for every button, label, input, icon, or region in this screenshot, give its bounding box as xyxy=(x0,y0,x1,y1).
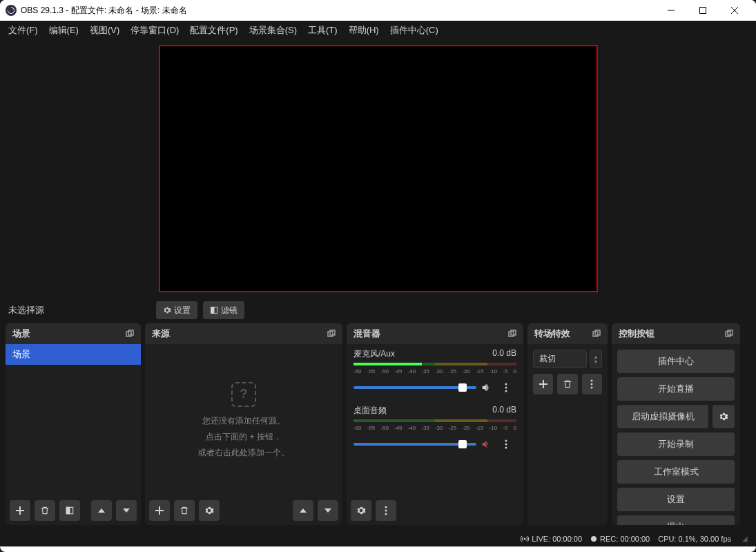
no-source-label: 未选择源 xyxy=(8,304,151,316)
minimize-button[interactable] xyxy=(655,0,687,21)
settings-button[interactable]: 设置 xyxy=(617,488,735,511)
maximize-button[interactable] xyxy=(687,0,719,21)
dock-popout-icon[interactable] xyxy=(592,330,601,338)
menu-profile[interactable]: 配置文件(P) xyxy=(184,21,243,39)
exit-button[interactable]: 退出 xyxy=(617,515,735,525)
scene-item[interactable]: 场景 xyxy=(6,344,141,365)
menu-file[interactable]: 文件(F) xyxy=(3,21,43,39)
speaker-muted-icon[interactable] xyxy=(481,439,492,450)
source-settings-button[interactable]: 设置 xyxy=(156,301,197,319)
menu-plugins[interactable]: 插件中心(C) xyxy=(385,21,444,39)
mixer-title: 混音器 xyxy=(353,327,380,340)
transitions-header: 转场特效 xyxy=(527,323,608,344)
scene-move-up-button[interactable] xyxy=(91,500,112,521)
dock-popout-icon[interactable] xyxy=(725,330,733,338)
dock-popout-icon[interactable] xyxy=(126,330,134,338)
mixer-channel-menu-button[interactable] xyxy=(496,434,516,455)
close-button[interactable] xyxy=(719,0,750,21)
obs-window: OBS 29.1.3 - 配置文件: 未命名 - 场景: 未命名 文件(F) 编… xyxy=(0,0,756,552)
mixer-channel: 麦克风/Aux 0.0 dB -60-55-50-45-40-35-30-25-… xyxy=(347,344,523,401)
status-live: LIVE: 00:00:00 xyxy=(521,535,582,543)
mixer-body: 麦克风/Aux 0.0 dB -60-55-50-45-40-35-30-25-… xyxy=(347,344,523,496)
transitions-dock: 转场特效 裁切 ▲▼ xyxy=(527,323,608,525)
svg-point-18 xyxy=(505,383,507,386)
resize-grip-icon[interactable]: ◢ xyxy=(742,535,748,542)
svg-rect-11 xyxy=(66,507,70,513)
controls-dock: 控制按钮 插件中心 开始直播 启动虚拟摄像机 开始录制 工作室模式 设置 退出 xyxy=(612,323,740,525)
menu-scene-collection[interactable]: 场景集合(S) xyxy=(244,21,302,39)
remove-transition-button[interactable] xyxy=(557,374,577,394)
menu-dock[interactable]: 停靠窗口(D) xyxy=(125,21,184,39)
sources-empty-state: ? 您还没有添加任何源。 点击下面的 + 按钮， 或者右击此处添加一个。 xyxy=(145,344,342,496)
statusbar: LIVE: 00:00:00 REC: 00:00:00 CPU: 0.1%, … xyxy=(0,531,756,546)
scenes-dock: 场景 场景 xyxy=(6,323,141,525)
sources-header: 来源 xyxy=(145,323,342,344)
sources-empty-line2: 点击下面的 + 按钮， xyxy=(206,431,282,443)
menu-edit[interactable]: 编辑(E) xyxy=(43,21,84,39)
scenes-list[interactable]: 场景 xyxy=(6,344,141,496)
transition-spinner[interactable]: ▲▼ xyxy=(590,350,602,368)
plugin-center-button[interactable]: 插件中心 xyxy=(617,350,735,373)
add-scene-button[interactable] xyxy=(10,500,30,521)
mixer-menu-button[interactable] xyxy=(376,500,396,521)
svg-rect-1 xyxy=(700,8,706,14)
volume-slider[interactable] xyxy=(353,443,476,446)
scene-move-down-button[interactable] xyxy=(116,500,137,521)
source-move-down-button[interactable] xyxy=(318,500,338,521)
svg-point-32 xyxy=(591,383,593,386)
add-source-button[interactable] xyxy=(149,500,170,521)
remove-scene-button[interactable] xyxy=(35,500,55,521)
sources-dock: 来源 ? 您还没有添加任何源。 点击下面的 + 按钮， 或者右击此处添加一个。 xyxy=(145,323,342,525)
remove-source-button[interactable] xyxy=(174,500,195,521)
mixer-channel-menu-button[interactable] xyxy=(496,377,516,398)
svg-point-25 xyxy=(385,510,387,512)
volume-slider[interactable] xyxy=(353,386,476,389)
broadcast-icon xyxy=(521,535,529,543)
preview-canvas[interactable] xyxy=(159,45,598,292)
svg-point-37 xyxy=(591,536,597,542)
start-stream-button[interactable]: 开始直播 xyxy=(617,377,735,401)
menu-tools[interactable]: 工具(T) xyxy=(302,21,343,39)
status-rec: REC: 00:00:00 xyxy=(590,535,650,543)
source-settings-label: 设置 xyxy=(174,305,191,316)
svg-point-19 xyxy=(505,387,507,389)
menu-help[interactable]: 帮助(H) xyxy=(343,21,385,39)
dock-popout-icon[interactable] xyxy=(508,330,516,338)
transition-select[interactable]: 裁切 xyxy=(533,350,587,368)
svg-point-26 xyxy=(385,513,387,515)
speaker-icon[interactable] xyxy=(481,382,492,393)
mixer-scale: -60-55-50-45-40-35-30-25-20-15-10-50 xyxy=(353,368,516,374)
mixer-scale: -60-55-50-45-40-35-30-25-20-15-10-50 xyxy=(353,425,516,431)
transition-properties-button[interactable] xyxy=(582,374,602,394)
svg-point-33 xyxy=(591,387,593,389)
source-filters-button[interactable]: 滤镜 xyxy=(203,301,244,319)
window-title: OBS 29.1.3 - 配置文件: 未命名 - 场景: 未命名 xyxy=(21,5,655,17)
gear-icon xyxy=(163,306,171,314)
preview-area xyxy=(0,40,756,297)
status-rec-text: REC: 00:00:00 xyxy=(600,535,650,543)
sources-empty-line3: 或者右击此处添加一个。 xyxy=(198,447,289,459)
sources-empty-line1: 您还没有添加任何源。 xyxy=(202,415,285,427)
sources-list[interactable]: ? 您还没有添加任何源。 点击下面的 + 按钮， 或者右击此处添加一个。 xyxy=(145,344,342,496)
mixer-settings-button[interactable] xyxy=(351,500,371,521)
source-properties-button[interactable] xyxy=(199,500,220,521)
start-virtual-cam-button[interactable]: 启动虚拟摄像机 xyxy=(617,405,708,428)
mixer-channel: 桌面音频 0.0 dB -60-55-50-45-40-35-30-25-20-… xyxy=(347,401,523,457)
start-record-button[interactable]: 开始录制 xyxy=(617,432,735,456)
scene-filters-button[interactable] xyxy=(59,500,80,521)
mixer-footer xyxy=(347,496,523,525)
studio-mode-button[interactable]: 工作室模式 xyxy=(617,460,735,484)
menu-view[interactable]: 视图(V) xyxy=(84,21,125,39)
mixer-channel-name: 桌面音频 xyxy=(353,405,387,417)
add-transition-button[interactable] xyxy=(533,374,553,394)
source-move-up-button[interactable] xyxy=(293,500,313,521)
status-cpu: CPU: 0.1%, 30.00 fps xyxy=(658,535,731,543)
docks-row: 场景 场景 来源 ? xyxy=(0,323,756,531)
virtual-cam-settings-button[interactable] xyxy=(713,405,735,428)
svg-point-22 xyxy=(505,444,507,446)
obs-logo-icon xyxy=(6,5,17,16)
transitions-body: 裁切 ▲▼ xyxy=(527,344,608,525)
mixer-channel-level: 0.0 dB xyxy=(492,405,516,417)
menubar: 文件(F) 编辑(E) 视图(V) 停靠窗口(D) 配置文件(P) 场景集合(S… xyxy=(0,21,756,40)
dock-popout-icon[interactable] xyxy=(327,330,336,338)
